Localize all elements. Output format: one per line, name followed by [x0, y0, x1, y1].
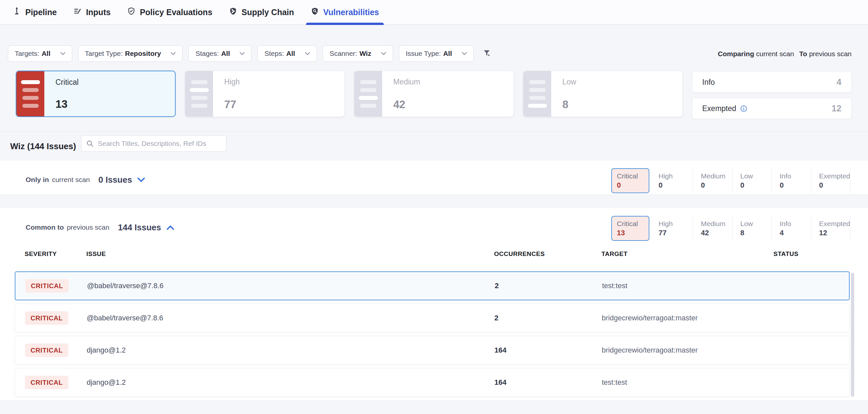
chip-exempted[interactable]: Exempted 0 [811, 168, 850, 193]
chip-count: 42 [701, 229, 732, 237]
chevron-down-icon [171, 52, 176, 55]
section-scan: current scan [52, 176, 90, 184]
filter-label: Targets: [15, 50, 39, 58]
table-header-row: SEVERITY ISSUE OCCURRENCES TARGET STATUS [0, 250, 868, 260]
severity-card-high[interactable]: High 77 [185, 71, 345, 117]
chip-medium[interactable]: Medium 42 [693, 216, 732, 241]
filter-value: All [443, 50, 452, 58]
search-box[interactable] [81, 136, 226, 152]
severity-meter-icon [523, 71, 551, 117]
chip-info[interactable]: Info 0 [772, 168, 811, 193]
chip-high[interactable]: High 0 [649, 168, 693, 193]
col-header-status: STATUS [773, 250, 798, 258]
chip-count: 0 [819, 181, 850, 189]
search-input[interactable] [97, 139, 221, 148]
filter-scanner[interactable]: Scanner: Wiz [323, 45, 393, 62]
severity-card-critical[interactable]: Critical 13 [16, 71, 176, 117]
chip-critical[interactable]: Critical 0 [611, 168, 649, 193]
severity-card-medium[interactable]: Medium 42 [354, 71, 514, 117]
issue-name: django@1.2 [87, 346, 126, 355]
filter-value: Wiz [360, 50, 371, 58]
chip-label: Medium [701, 172, 732, 180]
vertical-scrollbar[interactable] [851, 273, 854, 397]
common-to-severity-chips: Critical 13 High 77 Medium 42 Low 8 Info… [611, 216, 850, 241]
chip-label: Medium [701, 220, 732, 228]
card-label: Critical [56, 78, 79, 87]
tab-policy-evaluations[interactable]: Policy Evaluations [127, 0, 212, 24]
chip-label: Info [780, 172, 811, 180]
results-title: Wiz (144 Issues) [10, 141, 76, 151]
to-bold: To [799, 50, 807, 58]
card-label: High [224, 78, 240, 86]
chip-medium[interactable]: Medium 0 [693, 168, 732, 193]
tab-supply-chain[interactable]: Supply Chain [229, 0, 294, 24]
tab-inputs[interactable]: Inputs [73, 0, 111, 24]
filter-clear-icon[interactable] [482, 49, 492, 58]
chevron-down-icon[interactable] [137, 177, 145, 182]
card-count: 12 [832, 104, 841, 114]
chip-critical[interactable]: Critical 13 [611, 216, 649, 241]
chip-count: 8 [740, 229, 772, 237]
filter-value: All [42, 50, 51, 58]
shield-network-icon [229, 7, 237, 18]
card-label: Exempted [702, 104, 747, 113]
section-prefix: Common to [26, 224, 64, 231]
only-in-severity-chips: Critical 0 High 0 Medium 0 Low 0 Info 0 … [611, 168, 850, 193]
target-name: test:test [602, 378, 627, 387]
filter-target-type[interactable]: Target Type: Repository [78, 45, 183, 62]
tab-pipeline[interactable]: Pipeline [12, 0, 57, 24]
table-row[interactable]: CRITICAL django@1.2 164 test:test [15, 368, 849, 397]
filter-label: Target Type: [85, 50, 123, 58]
chip-label: Low [740, 172, 772, 180]
inputs-icon [73, 7, 82, 18]
table-row[interactable]: CRITICAL @babel/traverse@7.8.6 2 test:te… [15, 271, 849, 300]
info-circle-icon [740, 105, 747, 112]
info-card[interactable]: Info 4 [692, 71, 851, 93]
chip-low[interactable]: Low 8 [732, 216, 772, 241]
filter-issue-type[interactable]: Issue Type: All [399, 45, 474, 62]
table-row[interactable]: CRITICAL @babel/traverse@7.8.6 2 bridgec… [15, 304, 849, 332]
chip-count: 0 [617, 181, 649, 189]
severity-meter-icon [354, 71, 382, 117]
card-count: 4 [836, 77, 841, 87]
card-count: 42 [393, 98, 420, 111]
filter-stages[interactable]: Stages: All [188, 45, 251, 62]
chip-label: Exempted [819, 172, 850, 180]
severity-card-low[interactable]: Low 8 [523, 71, 683, 117]
chip-info[interactable]: Info 4 [772, 216, 811, 241]
pipeline-icon [12, 7, 21, 18]
chip-low[interactable]: Low 0 [732, 168, 772, 193]
chip-label: Critical [617, 172, 649, 180]
tab-label: Supply Chain [242, 7, 294, 17]
comparing-current[interactable]: current scan [756, 50, 794, 58]
issue-name: django@1.2 [87, 378, 126, 387]
shield-search-icon [311, 7, 319, 18]
occurrences-count: 2 [494, 314, 498, 322]
chevron-down-icon [381, 52, 386, 55]
severity-badge: CRITICAL [25, 376, 68, 389]
chip-count: 77 [658, 229, 693, 237]
filter-value: Repository [125, 50, 161, 58]
col-header-issue: ISSUE [86, 250, 106, 258]
chevron-down-icon [240, 52, 245, 55]
severity-meter-icon [17, 71, 44, 116]
comparing-previous[interactable]: previous scan [809, 50, 851, 58]
tab-label: Policy Evaluations [140, 7, 212, 17]
table-row[interactable]: CRITICAL django@1.2 164 bridgecrewio/ter… [15, 336, 849, 365]
card-label: Info [702, 78, 715, 87]
exempted-card[interactable]: Exempted 12 [692, 98, 851, 119]
filter-bar: Targets: All Target Type: Repository Sta… [8, 45, 492, 62]
chip-high[interactable]: High 77 [649, 216, 693, 241]
occurrences-count: 2 [495, 282, 499, 290]
chevron-up-icon[interactable] [166, 225, 174, 230]
filter-steps[interactable]: Steps: All [257, 45, 316, 62]
chip-label: Low [740, 220, 772, 228]
common-to-section-header[interactable]: Common to previous scan 144 Issues [26, 217, 174, 237]
chip-count: 13 [617, 229, 649, 237]
tab-vulnerabilities[interactable]: Vulnerabilities [311, 0, 379, 24]
filter-targets[interactable]: Targets: All [8, 45, 72, 62]
only-in-section-header[interactable]: Only in current scan 0 Issues [26, 170, 145, 189]
severity-badge: CRITICAL [25, 312, 68, 325]
chip-exempted[interactable]: Exempted 12 [811, 216, 850, 241]
chip-count: 0 [658, 181, 693, 189]
